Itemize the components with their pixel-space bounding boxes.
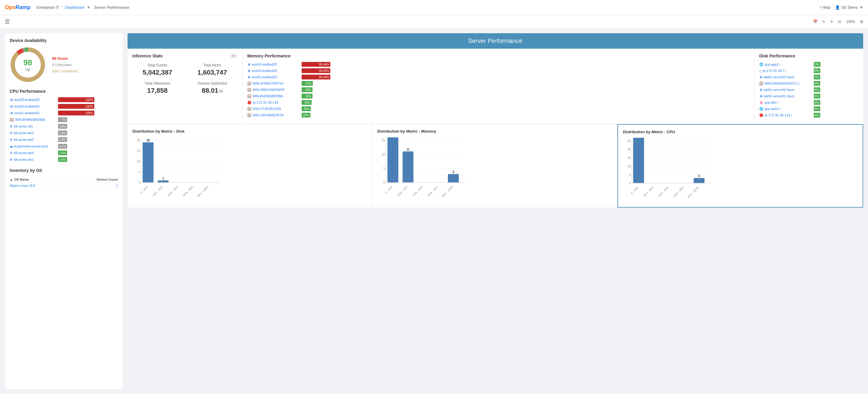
mem-bar: 33%	[302, 100, 312, 105]
mem-item-name[interactable]: 🖥 esxi02-testbed25	[247, 69, 302, 72]
nav-chevron: ▼	[87, 5, 90, 10]
y-label: 10	[137, 160, 141, 163]
legend-undefined: 568 Undefined	[52, 69, 78, 73]
dist-disk-title: Distribution by Metric - Disk	[132, 129, 367, 134]
dist-cpu-chart: 2520151050270 - 20%20% - 40%40% - 60%60%…	[623, 138, 858, 202]
zoom-level: 100%	[846, 20, 855, 24]
user-menu[interactable]: 👤 SE Demo ▼	[835, 5, 863, 10]
mem-item-name[interactable]: 🪟 WIN-3R5OVNKFMVF	[247, 88, 302, 92]
mem-icon: 🪟	[247, 81, 251, 86]
disk-item-name[interactable]: 🌸 gcp-db1 /	[759, 101, 814, 104]
calendar-icon[interactable]: 📅	[813, 20, 817, 24]
memory-item: 🖥 esxi03-testbed25 95.44%	[247, 62, 749, 67]
donut-center: 98 Up	[24, 58, 32, 72]
toolbar-right: 📅 ↻ ✛ ⊟ 100% ⊞	[813, 20, 863, 24]
y-label: 0	[383, 181, 385, 184]
disk-bar-wrap: 15%	[814, 106, 858, 111]
disk-bar-wrap: 15%	[814, 87, 858, 92]
disk-icon: 🌸	[759, 101, 764, 104]
mem-item-name[interactable]: 🖥 esxi01-testbed25	[247, 75, 302, 79]
cpu-item: 🪟 WIN-BH9NS89298A 7%	[10, 117, 118, 122]
cpu-item-name[interactable]: 🖥 esxi03-testbed25	[10, 98, 58, 101]
cpu-bar: 1.9%	[58, 131, 67, 135]
total-alerts-stat: Total Alerts 1,603,747	[187, 63, 238, 76]
dashboard-link[interactable]: Dashboard	[65, 5, 84, 10]
inventory-os[interactable]: Alpine Linux v3.8	[10, 184, 35, 187]
disk-icon: 🖥	[759, 75, 763, 79]
disk-item-name[interactable]: 🌐 gcp-app1 /	[759, 63, 814, 66]
disk-bar-wrap: 14%	[814, 113, 858, 118]
mem-item-name[interactable]: 🪟 WIN-BH9NS89298A	[247, 94, 302, 98]
y-label: 5	[629, 173, 631, 176]
cpu-icon: 🖥	[10, 98, 13, 101]
mem-item-name[interactable]: 🪟 WIN-5FRDK7R0TV4	[247, 81, 302, 86]
add-widget-icon[interactable]: ✛	[830, 20, 833, 24]
disk-icon: 🔴	[759, 113, 764, 117]
cpu-icon: ⚙	[10, 151, 13, 155]
zoom-expand-icon[interactable]: ⊞	[860, 20, 863, 24]
mem-icon: 🪟	[247, 107, 251, 111]
disk-item-name[interactable]: △ ip-172-31-34-7 /	[759, 69, 814, 73]
help-button[interactable]: ? Help	[819, 5, 831, 10]
cpu-item-name[interactable]: ⚙ k8-acme-ctl1	[10, 125, 58, 128]
disk-item-name[interactable]: 🖥 lab02-server02 /boot	[759, 88, 814, 92]
memory-item: 🪟 WIN-BH9NS89298A 36%	[247, 94, 749, 98]
dist-memory-title: Distribution by Metric - Memory	[377, 129, 612, 134]
cpu-icon: 🖥	[10, 111, 13, 115]
cpu-item-name[interactable]: ⚙ k8-acme-wk1	[10, 158, 58, 162]
mem-bar-wrap: 36%	[302, 87, 749, 92]
cpu-item-name[interactable]: 🪟 WIN-BH9NS89298A	[10, 118, 58, 122]
cpu-item: ⚙ k8-acme-wk2 1.9%	[10, 131, 118, 135]
disk-item: 🖥 lab02-server01 /boot 15%	[759, 94, 858, 98]
cpu-bar-container: 100%	[58, 110, 118, 116]
memory-item: 🪟 WIN-P7JFD51C05I 30%	[247, 106, 749, 111]
disk-item-name[interactable]: 🌐 gcp-web1 /	[759, 107, 814, 111]
chart-svg: 20151050190 - 20%120% - 40%40% - 60%60% …	[132, 137, 223, 201]
mem-item-name[interactable]: 🪟 WIN-2SVVB45UR7A	[247, 113, 302, 117]
hamburger-menu[interactable]: ☰	[5, 19, 10, 25]
col-device-count: Device Count	[97, 178, 118, 181]
disk-bar-wrap: 15%	[814, 94, 858, 98]
header-nav: Enterprise IT | Dashboard ▼ Server Perfo…	[37, 5, 129, 10]
disk-item-name[interactable]: 🖥 lab02-server03 /boot	[759, 75, 814, 79]
cpu-icon: ⚙	[10, 158, 13, 162]
cpu-icon: 🖥	[10, 104, 13, 108]
y-label: 20	[137, 139, 141, 142]
top-row: Inference Stats 1Y Total Events 5,042,38…	[128, 48, 863, 124]
disk-item-name[interactable]: 🪟 WIN-N4SANG9SOTJ c:	[759, 81, 814, 86]
mem-bar: 95.44%	[302, 68, 330, 73]
legend-down: 98 Down	[52, 56, 78, 61]
memory-item: 🔴 ip-172-31-30-119 33%	[247, 100, 749, 105]
disk-item-name[interactable]: 🔴 ip-172-31-30-119 /	[759, 113, 814, 117]
toolbar: ☰ 📅 ↻ ✛ ⊟ 100% ⊞	[0, 15, 868, 28]
bar-rect	[633, 138, 644, 183]
cpu-item-name[interactable]: ⚙ k8-acme-wk4	[10, 151, 58, 155]
x-label: 80% - 100%	[441, 185, 454, 198]
cpu-bar: 100%	[58, 110, 94, 116]
cpu-item-name[interactable]: 🖥 esxi01-testbed25	[10, 111, 58, 115]
cpu-bar-container: 1.6%	[58, 151, 118, 155]
refresh-icon[interactable]: ↻	[823, 20, 826, 24]
main-content: Device Availability	[0, 28, 868, 394]
cpu-icon: ⚙	[10, 138, 13, 142]
availability-legend: 98 Down 9 Unknown 568 Undefined	[52, 56, 78, 73]
mem-item-name[interactable]: 🔴 ip-172-31-30-119	[247, 101, 302, 104]
inventory-rows: Alpine Linux v3.8 1	[10, 183, 118, 189]
mem-item-name[interactable]: 🪟 WIN-P7JFD51C05I	[247, 107, 302, 111]
x-label: 0 - 20%	[385, 185, 394, 194]
cpu-item-name[interactable]: ⚙ k8-acme-wk2	[10, 131, 58, 135]
bar-value: 1	[162, 177, 164, 180]
legend-unknown: 9 Unknown	[52, 63, 78, 67]
disk-bar: 15%	[814, 94, 820, 98]
disk-bar-wrap: 15%	[814, 100, 858, 105]
cpu-item-name[interactable]: ⛰ Kubernetes-acme-pool	[10, 144, 58, 148]
cpu-item-name[interactable]: ⚙ k8-acme-wk3	[10, 138, 58, 142]
disk-item-name[interactable]: 🖥 lab02-server01 /boot	[759, 94, 814, 98]
mem-item-name[interactable]: 🖥 esxi03-testbed25	[247, 63, 302, 66]
memory-item: 🪟 WIN-3R5OVNKFMVF 36%	[247, 87, 749, 92]
cpu-item-name[interactable]: 🖥 esxi02-testbed25	[10, 104, 58, 108]
fullscreen-icon[interactable]: ⊟	[838, 20, 841, 24]
y-label: 10	[627, 165, 631, 168]
inventory-section: Inventory by OS ▲ OS Name Device Count A…	[10, 168, 118, 189]
disk-bar: 20%	[814, 68, 820, 73]
